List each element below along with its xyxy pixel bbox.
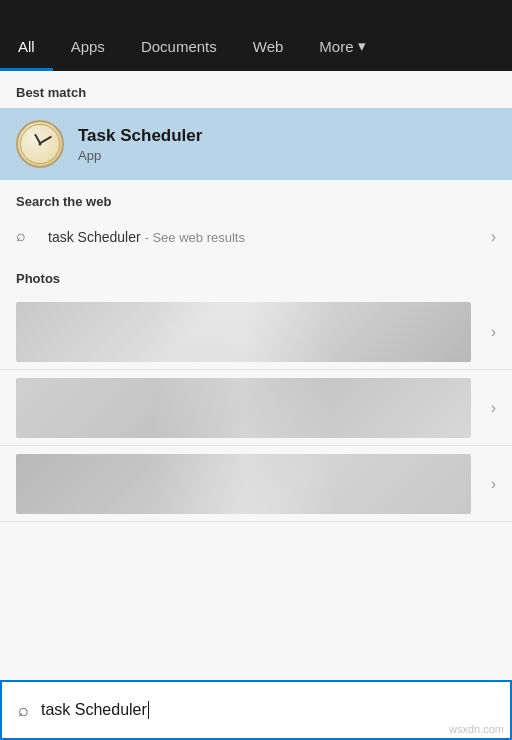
nav-item-all[interactable]: All <box>0 38 53 71</box>
photo-item-1[interactable]: › <box>0 294 512 370</box>
clock-icon <box>16 120 64 168</box>
chevron-right-icon: › <box>491 323 496 341</box>
nav-item-web[interactable]: Web <box>235 38 302 71</box>
search-input[interactable]: task Scheduler <box>41 701 494 720</box>
search-bar: ⌕ task Scheduler <box>0 680 512 740</box>
clock-center-dot <box>39 143 42 146</box>
photo-thumbnail-1 <box>16 302 471 362</box>
photos-section: › › › <box>0 294 512 522</box>
clock-hand-minute-icon <box>40 136 52 144</box>
app-name: Task Scheduler <box>78 126 496 146</box>
photo-thumbnail-2 <box>16 378 471 438</box>
nav-item-more[interactable]: More ▾ <box>301 37 383 71</box>
chevron-right-icon: › <box>491 228 496 246</box>
chevron-right-icon: › <box>491 475 496 493</box>
web-search-text: task Scheduler - See web results <box>48 229 483 245</box>
web-search-label: Search the web <box>0 180 512 217</box>
chevron-right-icon: › <box>491 399 496 417</box>
watermark: wsxdn.com <box>449 723 504 735</box>
web-search-item[interactable]: ⌕ task Scheduler - See web results › <box>0 217 512 257</box>
search-query-text: task Scheduler <box>41 701 147 718</box>
search-icon: ⌕ <box>16 227 36 247</box>
best-match-label: Best match <box>0 71 512 108</box>
search-bar-icon: ⌕ <box>18 700 29 721</box>
dropdown-arrow-icon: ▾ <box>358 37 366 55</box>
photo-thumbnail-3 <box>16 454 471 514</box>
app-icon <box>16 120 64 168</box>
search-results: Best match Task Scheduler App Search the… <box>0 71 512 680</box>
photos-label: Photos <box>0 257 512 294</box>
best-match-item[interactable]: Task Scheduler App <box>0 108 512 180</box>
nav-item-apps[interactable]: Apps <box>53 38 123 71</box>
nav-item-documents[interactable]: Documents <box>123 38 235 71</box>
nav-bar: All Apps Documents Web More ▾ <box>0 0 512 71</box>
app-type: App <box>78 148 496 163</box>
web-search-suffix: - See web results <box>145 230 245 245</box>
text-cursor <box>148 701 149 719</box>
photo-item-2[interactable]: › <box>0 370 512 446</box>
clock-face <box>20 124 60 164</box>
app-info: Task Scheduler App <box>78 126 496 163</box>
photo-item-3[interactable]: › <box>0 446 512 522</box>
